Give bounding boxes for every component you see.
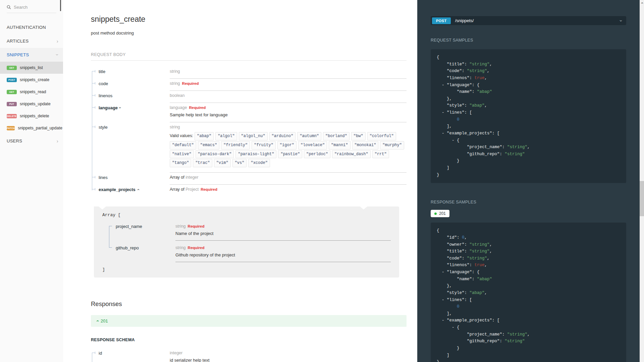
field-help: Name of the project [175, 231, 391, 236]
sidebar-item-articles[interactable]: ARTICLES › [0, 34, 63, 48]
method-badge-put: PUT [7, 102, 17, 106]
valid-value-chip: "emacs" [198, 141, 219, 149]
request-samples-label: REQUEST SAMPLES [431, 38, 626, 43]
chevron-down-icon: › [118, 107, 122, 108]
code-line: } [437, 158, 620, 165]
code-line: - "lines": [ [437, 297, 620, 304]
sidebar-item-snippets-list[interactable]: GET snippets_list [0, 62, 63, 74]
field-row-title: title string [92, 67, 407, 79]
search-icon [7, 5, 11, 9]
sidebar-section-label: ARTICLES [7, 39, 29, 44]
operation-docstring: post method docstring [91, 31, 407, 36]
required-badge: Required [189, 106, 206, 110]
code-line: "linenos": true, [437, 75, 620, 82]
valid-value-chip: "colorful" [367, 132, 396, 140]
valid-value-chip: "manni" [329, 141, 350, 149]
field-name-expandable[interactable]: example_projects› [99, 185, 170, 196]
code-line: }, [437, 96, 620, 103]
valid-value-chip: "pastie" [278, 150, 302, 159]
valid-value-chip: "rainbow_dash" [332, 150, 371, 159]
scrollbar-thumb[interactable] [640, 181, 644, 216]
search-input[interactable] [14, 5, 56, 10]
code-line: "id": 0, [437, 234, 620, 241]
operation-label: snippets_update [20, 102, 51, 106]
sidebar-item-snippets-update[interactable]: PUT snippets_update [0, 98, 63, 110]
sidebar-item-snippets-delete[interactable]: DELETE snippets_delete [0, 110, 63, 122]
method-badge-delete: DELETE [7, 114, 17, 118]
endpoint-selector[interactable]: POST /snippets/ › [431, 16, 626, 25]
field-name-expandable[interactable]: language› [99, 103, 170, 122]
valid-value-chip: "perldoc" [304, 150, 330, 159]
sidebar-section-label: SNIPPETS [7, 52, 29, 57]
field-row-language: language› languageRequired Sample help t… [92, 103, 407, 122]
code-line: ], [437, 123, 620, 130]
code-line: 0 [437, 116, 620, 123]
sidebar-section-label: USERS [7, 138, 22, 143]
field-type-prefix: Array of [170, 175, 184, 180]
status-code: 201 [439, 211, 446, 216]
page-scrollbar[interactable]: › [640, 0, 644, 362]
main-content: snippets_create post method docstring RE… [63, 0, 417, 362]
code-line: "style": "abap", [437, 290, 620, 297]
array-close-bracket: ] [102, 267, 391, 272]
valid-value-chip: "arduino" [269, 132, 296, 140]
sidebar-item-users[interactable]: USERS › [0, 134, 63, 148]
samples-panel: POST /snippets/ › REQUEST SAMPLES { "tit… [417, 0, 640, 362]
valid-value-chip: "native" [170, 150, 194, 159]
field-type: boolean [170, 93, 185, 98]
valid-value-chip: "monokai" [352, 141, 379, 149]
sidebar-item-snippets[interactable]: SNIPPETS › [0, 48, 63, 62]
field-name: lines [99, 173, 170, 185]
sidebar-scrollbar-thumb[interactable] [60, 0, 61, 11]
valid-value-chip: "lovelace" [298, 141, 327, 149]
response-201-banner[interactable]: › 201 [91, 315, 407, 327]
code-line: "title": "string", [437, 61, 620, 68]
sidebar-item-snippets-create[interactable]: POST snippets_create [0, 74, 63, 86]
field-help: id serializer help text [170, 358, 407, 362]
code-line: - "language": { [437, 269, 620, 276]
search-box[interactable] [7, 5, 56, 13]
valid-value-chip: "abap" [195, 132, 214, 140]
code-line: } [437, 359, 620, 362]
chevron-right-icon: › [57, 138, 58, 143]
code-line: "code": "string", [437, 255, 620, 262]
required-badge: Required [201, 187, 217, 191]
http-method-badge: POST [432, 17, 451, 24]
code-line: - "example_projects": [ [437, 130, 620, 137]
field-type: Project [185, 187, 199, 192]
field-name: github_repo [116, 244, 175, 265]
field-row-example-projects: example_projects› Array of ProjectRequir… [92, 185, 407, 196]
chevron-down-icon: › [619, 20, 624, 21]
response-schema-fields: id integer id serializer help text owner… [92, 348, 407, 362]
code-line: "project_name": "string", [437, 331, 620, 338]
code-line: "title": "string", [437, 248, 620, 255]
field-name: id [99, 348, 170, 362]
valid-value-chip: "algol_nu" [239, 132, 268, 140]
array-schema-box: Array [ project_name stringRequired Name… [94, 206, 399, 278]
field-row-code: code stringRequired [92, 79, 407, 91]
code-line: } [437, 172, 620, 179]
scrollbar-up-arrow[interactable]: › [640, 1, 643, 4]
code-line: - "language": { [437, 82, 620, 89]
status-dot-icon [434, 213, 437, 215]
field-name: title [99, 67, 170, 79]
field-row-github-repo: github_repo stringRequired Github reposi… [109, 244, 391, 265]
field-row-linenos: linenos boolean [92, 91, 407, 103]
response-status-tab[interactable]: 201 [431, 210, 449, 217]
sidebar-section-label: AUTHENTICATION [7, 25, 46, 30]
sidebar-item-snippets-partial-update[interactable]: PATCH snippets_partial_update [0, 122, 63, 134]
field-row-id: id integer id serializer help text [92, 348, 407, 362]
endpoint-path: /snippets/ [455, 18, 621, 23]
sidebar-item-snippets-read[interactable]: GET snippets_read [0, 86, 63, 98]
valid-value-chip: "algol" [215, 132, 237, 140]
valid-value-chip: "friendly" [221, 141, 250, 149]
sidebar-item-authentication[interactable]: AUTHENTICATION [0, 20, 63, 34]
code-line: - "example_projects": [ [437, 317, 620, 324]
valid-value-chip: "bw" [351, 132, 366, 140]
responses-heading: Responses [91, 300, 407, 308]
code-line: "code": "string", [437, 68, 620, 75]
valid-value-chip: "igor" [277, 141, 297, 149]
code-line: - { [437, 137, 620, 144]
field-type: string [170, 81, 180, 86]
method-badge-get: GET [7, 66, 17, 70]
